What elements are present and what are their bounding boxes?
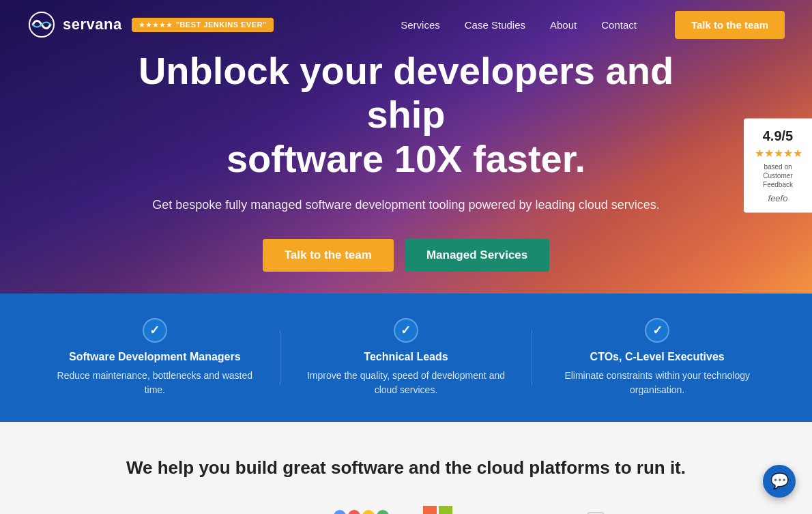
- partner-google-cloud: Google Cloud: [334, 510, 389, 515]
- hero-talk-button[interactable]: Talk to the team: [263, 239, 394, 272]
- partners-logos: CloudBees aws Google Cloud: [41, 506, 771, 514]
- navbar: servana ★★★★★ "BEST JENKINS EVER" Servic…: [0, 0, 812, 49]
- best-jenkins-badge: ★★★★★ "BEST JENKINS EVER": [132, 18, 274, 32]
- feature-title-cto: CTOs, C-Level Executives: [590, 351, 725, 363]
- ms-square-green: [439, 506, 452, 514]
- aws-text: aws: [262, 507, 296, 514]
- microsoft-logo-grid: [423, 506, 453, 514]
- feature-title-tl: Technical Leads: [364, 351, 448, 363]
- nav-link-services[interactable]: Services: [401, 19, 440, 31]
- feature-item-cto: CTOs, C-Level Executives Eliminate const…: [555, 318, 759, 397]
- nav-links: Services Case Studies About Contact Talk…: [401, 11, 785, 39]
- google-cloud-dots: [334, 510, 389, 515]
- gc-dot-blue: [334, 510, 346, 515]
- gc-dot-red: [348, 510, 360, 515]
- feature-item-sdm: Software Development Managers Reduce mai…: [53, 318, 257, 397]
- partners-section: We help you build great software and the…: [0, 422, 812, 514]
- logo-link[interactable]: servana: [27, 10, 122, 39]
- feature-desc-tl: Improve the quality, speed of developmen…: [304, 369, 508, 397]
- rating-stars: ★★★★★: [755, 147, 801, 160]
- gc-dot-yellow: [362, 510, 375, 515]
- feature-title-sdm: Software Development Managers: [69, 351, 241, 363]
- gc-dot-green: [377, 510, 389, 515]
- badge-text: "BEST JENKINS EVER": [176, 20, 267, 29]
- hero-content: Unblock your developers and ship softwar…: [126, 49, 686, 272]
- feature-divider-1: [280, 330, 280, 385]
- chat-button[interactable]: 💬: [763, 465, 796, 498]
- hero-title-line1: Unblock your developers and ship: [139, 49, 673, 136]
- features-strip: Software Development Managers Reduce mai…: [0, 294, 812, 422]
- hero-title-line2: software 10X faster.: [227, 137, 585, 180]
- feature-desc-sdm: Reduce maintenance, bottlenecks and wast…: [53, 369, 257, 397]
- rating-badge: 4.9/5 ★★★★★ based on Customer Feedback f…: [744, 119, 812, 213]
- rating-label: based on Customer Feedback: [755, 162, 801, 189]
- nav-link-about[interactable]: About: [550, 19, 577, 31]
- feefo-label: feefo: [755, 193, 801, 203]
- hero-buttons: Talk to the team Managed Services: [126, 239, 686, 272]
- ms-square-red: [423, 506, 437, 514]
- feature-desc-cto: Eliminate constraints within your techno…: [555, 369, 759, 397]
- nav-link-case-studies[interactable]: Case Studies: [465, 19, 525, 31]
- feature-check-icon-tl: [394, 318, 418, 343]
- hero-subtitle: Get bespoke fully managed software devel…: [147, 196, 665, 214]
- logo-text: servana: [63, 16, 122, 33]
- revain-icon: [582, 507, 609, 514]
- chat-icon: 💬: [770, 472, 789, 490]
- servana-logo-icon: [27, 10, 56, 39]
- feature-divider-2: [532, 330, 532, 385]
- feature-item-tl: Technical Leads Improve the quality, spe…: [304, 318, 508, 397]
- nav-link-contact[interactable]: Contact: [601, 19, 637, 31]
- partner-aws: aws: [259, 507, 300, 514]
- partners-title: We help you build great software and the…: [41, 457, 771, 479]
- hero-services-button[interactable]: Managed Services: [405, 239, 549, 272]
- badge-stars: ★★★★★: [139, 20, 173, 29]
- partner-microsoft: [423, 506, 453, 514]
- feature-check-icon-cto: [645, 318, 669, 343]
- rating-score: 4.9/5: [755, 128, 801, 144]
- partner-revain: Revain: [582, 507, 664, 514]
- nav-cta-button[interactable]: Talk to the team: [675, 11, 785, 39]
- feature-check-icon-sdm: [143, 318, 167, 343]
- hero-title: Unblock your developers and ship softwar…: [126, 49, 686, 181]
